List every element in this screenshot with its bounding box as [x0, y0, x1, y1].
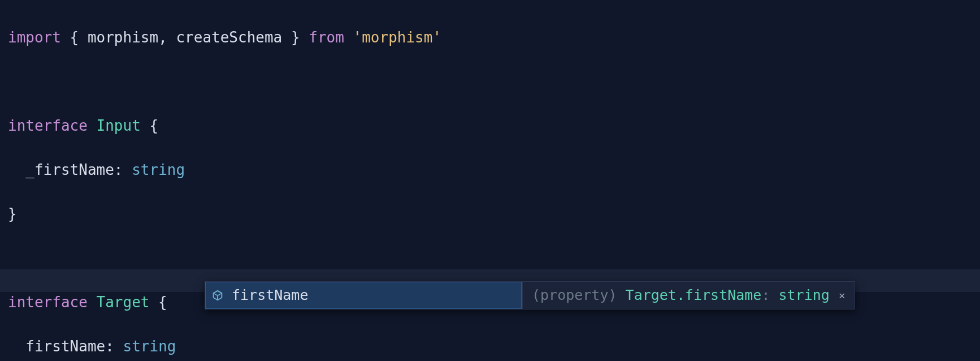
autocomplete-detail: (property) Target.firstName: string × [522, 281, 855, 310]
code-line[interactable]: import { morphism, createSchema } from '… [8, 27, 972, 49]
close-icon[interactable]: × [839, 287, 845, 304]
code-line[interactable]: interface Input { [8, 115, 972, 137]
autocomplete-item[interactable]: firstName [205, 282, 522, 309]
autocomplete-popup: firstName (property) Target.firstName: s… [205, 281, 855, 310]
code-line[interactable]: firstName: string [8, 336, 972, 358]
property-icon [211, 289, 224, 302]
code-line[interactable]: } [8, 203, 972, 225]
code-line[interactable] [8, 247, 972, 269]
code-line[interactable]: _firstName: string [8, 159, 972, 181]
code-line[interactable] [8, 71, 972, 93]
autocomplete-list[interactable]: firstName [205, 281, 522, 310]
autocomplete-item-label: firstName [232, 285, 308, 306]
